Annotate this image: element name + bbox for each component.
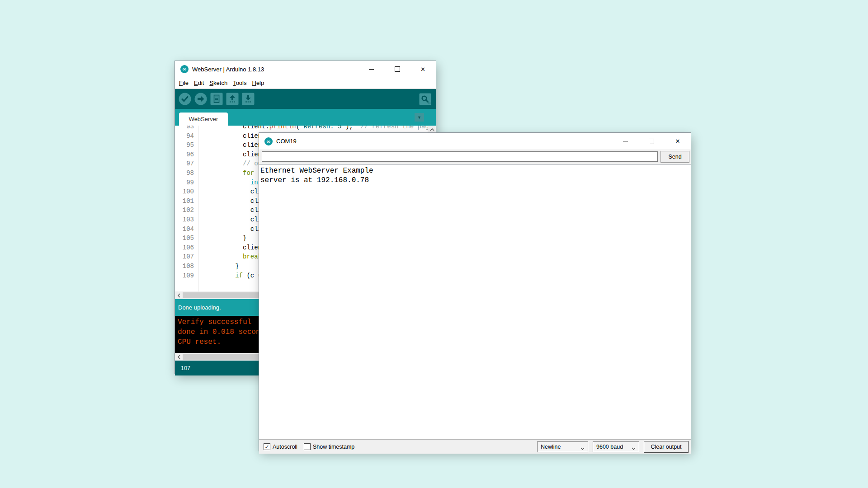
autoscroll-checkbox[interactable]: ✓ bbox=[264, 443, 270, 450]
menu-help[interactable]: Help bbox=[249, 80, 267, 86]
line-number: 96 bbox=[175, 150, 198, 160]
serial-titlebar[interactable]: ∞ COM19 ✕ bbox=[259, 133, 691, 150]
serial-monitor-window: ∞ COM19 ✕ Send Ethernet WebServer Exampl… bbox=[259, 133, 691, 451]
ide-tabstrip: WebServer ▼ bbox=[175, 109, 436, 126]
serial-input-row: Send bbox=[259, 150, 691, 164]
close-icon: ✕ bbox=[675, 138, 680, 144]
open-icon bbox=[226, 93, 239, 105]
ide-close-button[interactable]: ✕ bbox=[410, 61, 436, 77]
serial-monitor-icon bbox=[419, 93, 431, 105]
line-number: 94 bbox=[175, 131, 198, 141]
chevron-up-icon bbox=[430, 128, 434, 131]
ide-minimize-button[interactable] bbox=[359, 61, 384, 77]
ide-window-title: WebServer | Arduino 1.8.13 bbox=[192, 66, 264, 73]
chevron-down-icon: ▼ bbox=[417, 115, 421, 120]
scroll-left-button[interactable] bbox=[175, 353, 183, 361]
upload-icon bbox=[194, 93, 207, 105]
line-number: 102 bbox=[175, 206, 198, 215]
code-line: client.println("Refresh: 5"); // refresh… bbox=[205, 126, 436, 131]
scroll-left-button[interactable] bbox=[175, 291, 183, 299]
serial-output-line: server is at 192.168.0.78 bbox=[260, 176, 691, 185]
serial-bottom-bar: ✓ Autoscroll Show timestamp Newline 9600… bbox=[259, 440, 691, 454]
open-button[interactable] bbox=[226, 93, 239, 105]
ide-maximize-button[interactable] bbox=[384, 61, 410, 77]
serial-input-field[interactable] bbox=[262, 151, 658, 162]
save-icon bbox=[242, 93, 255, 105]
line-number: 107 bbox=[175, 252, 198, 262]
new-sketch-icon bbox=[210, 93, 223, 105]
close-icon: ✕ bbox=[420, 66, 425, 72]
arduino-logo-icon: ∞ bbox=[180, 65, 189, 73]
serial-maximize-button[interactable] bbox=[638, 133, 665, 150]
menu-file[interactable]: File bbox=[176, 80, 191, 86]
autoscroll-label: Autoscroll bbox=[273, 444, 297, 450]
tab-list-dropdown-button[interactable]: ▼ bbox=[415, 113, 424, 122]
verify-button[interactable] bbox=[179, 93, 191, 105]
line-number: 108 bbox=[175, 262, 198, 271]
serial-output-area: Ethernet WebServer Exampleserver is at 1… bbox=[259, 164, 691, 440]
show-timestamp-label: Show timestamp bbox=[313, 444, 354, 450]
menu-edit[interactable]: Edit bbox=[191, 80, 207, 86]
editor-gutter: 9394959697989910010110210310410510610710… bbox=[175, 126, 198, 280]
desktop: ∞ WebServer | Arduino 1.8.13 ✕ File Edit… bbox=[0, 0, 868, 488]
line-number: 105 bbox=[175, 234, 198, 243]
maximize-icon bbox=[395, 66, 400, 72]
line-number: 97 bbox=[175, 159, 198, 169]
minimize-icon bbox=[369, 69, 374, 70]
chevron-left-icon bbox=[178, 355, 180, 359]
line-number: 101 bbox=[175, 197, 198, 206]
send-button[interactable]: Send bbox=[660, 151, 689, 163]
verify-icon bbox=[179, 93, 191, 105]
minimize-icon bbox=[623, 141, 628, 141]
tab-webserver[interactable]: WebServer bbox=[179, 113, 228, 126]
serial-output-line: Ethernet WebServer Example bbox=[260, 166, 691, 176]
line-number: 99 bbox=[175, 178, 198, 188]
chevron-left-icon bbox=[178, 293, 180, 298]
serial-minimize-button[interactable] bbox=[612, 133, 638, 150]
current-line-number: 107 bbox=[181, 365, 190, 371]
new-sketch-button[interactable] bbox=[210, 93, 223, 105]
serial-monitor-button[interactable] bbox=[419, 93, 431, 105]
ide-titlebar[interactable]: ∞ WebServer | Arduino 1.8.13 ✕ bbox=[175, 61, 436, 77]
show-timestamp-checkbox[interactable] bbox=[304, 443, 311, 450]
checkmark-icon: ✓ bbox=[264, 444, 269, 450]
baud-rate-dropdown[interactable]: 9600 baud bbox=[593, 441, 639, 452]
line-ending-dropdown[interactable]: Newline bbox=[537, 441, 588, 452]
line-number: 109 bbox=[175, 271, 198, 281]
line-number: 103 bbox=[175, 215, 198, 225]
editor-line-numbers: 9394959697989910010110210310410510610710… bbox=[175, 126, 198, 291]
save-button[interactable] bbox=[242, 93, 255, 105]
serial-window-title: COM19 bbox=[276, 138, 297, 145]
serial-close-button[interactable]: ✕ bbox=[665, 133, 691, 150]
line-number: 98 bbox=[175, 169, 198, 178]
line-number: 106 bbox=[175, 243, 198, 253]
arduino-logo-icon: ∞ bbox=[264, 137, 273, 145]
line-number: 95 bbox=[175, 141, 198, 150]
maximize-icon bbox=[649, 139, 654, 144]
menu-sketch[interactable]: Sketch bbox=[207, 80, 230, 86]
line-number: 93 bbox=[175, 126, 198, 131]
chevron-down-icon bbox=[580, 445, 585, 451]
clear-output-button[interactable]: Clear output bbox=[644, 441, 689, 453]
status-message: Done uploading. bbox=[178, 304, 221, 311]
menu-tools[interactable]: Tools bbox=[230, 80, 249, 86]
scroll-up-button[interactable] bbox=[428, 126, 436, 133]
line-number: 104 bbox=[175, 225, 198, 234]
upload-button[interactable] bbox=[194, 93, 207, 105]
ide-menubar: File Edit Sketch Tools Help bbox=[175, 77, 436, 89]
chevron-down-icon bbox=[632, 445, 636, 451]
ide-toolbar bbox=[175, 89, 436, 109]
line-number: 100 bbox=[175, 187, 198, 197]
